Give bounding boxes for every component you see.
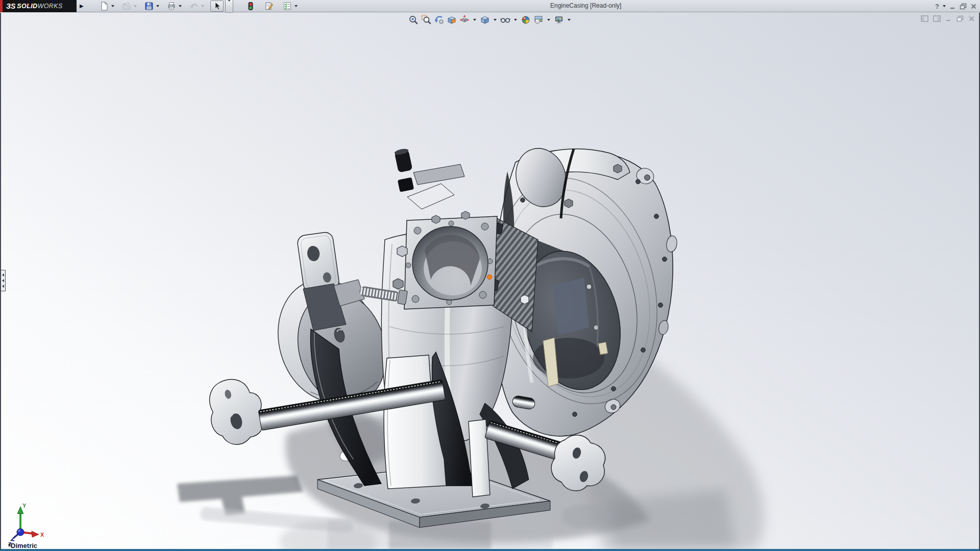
window-title: EngineCasing [Read-only] — [550, 2, 621, 9]
zoom-to-fit-button[interactable] — [408, 14, 419, 26]
pane-left-icon[interactable] — [921, 15, 928, 22]
new-document-icon — [100, 2, 109, 11]
print-button[interactable] — [165, 1, 178, 11]
view-settings-button[interactable] — [553, 14, 565, 26]
view-orientation-label: *Dimetric — [8, 542, 37, 549]
menu-expand-arrow-icon[interactable]: ▶ — [80, 3, 84, 9]
heads-up-view-toolbar — [408, 14, 572, 26]
open-button[interactable] — [120, 1, 133, 11]
save-button[interactable] — [143, 1, 155, 11]
title-bar: ЗS SOLID WORKS ▶ — [0, 0, 980, 12]
feature-tree-collapsed-tab[interactable] — [1, 270, 6, 291]
options-checklist-icon — [283, 2, 292, 11]
document-minimize-button[interactable] — [945, 15, 952, 22]
help-button[interactable]: ? — [935, 3, 939, 10]
options-button[interactable] — [281, 1, 293, 11]
window-restore-button[interactable] — [960, 3, 967, 10]
graphics-viewport[interactable]: Y X Z *Dimetric — [0, 13, 980, 551]
file-properties-button[interactable] — [263, 1, 275, 11]
section-view-icon — [447, 15, 457, 25]
zoom-to-area-icon — [421, 15, 431, 25]
file-properties-icon — [264, 2, 274, 11]
select-dropdown[interactable] — [225, 0, 233, 13]
edit-appearance-sphere-icon — [521, 15, 531, 25]
display-style-dropdown[interactable] — [494, 19, 497, 21]
document-close-button[interactable] — [968, 15, 975, 22]
undo-button[interactable] — [188, 1, 200, 11]
view-orientation-dropdown[interactable] — [473, 19, 476, 21]
help-dropdown[interactable] — [943, 5, 946, 7]
print-icon — [167, 2, 176, 11]
hide-show-items-dropdown[interactable] — [514, 19, 517, 21]
window-controls: ? — [935, 0, 977, 12]
open-dropdown — [134, 5, 137, 7]
apply-scene-icon — [533, 15, 544, 25]
edit-appearance-button[interactable] — [520, 14, 531, 26]
top-fittings-part[interactable] — [394, 148, 470, 223]
logo-text-solid: SOLID — [17, 3, 37, 10]
triad-x-label: X — [40, 532, 44, 538]
triad-y-label: Y — [22, 503, 27, 509]
solidworks-logo: ЗS SOLID WORKS — [0, 0, 77, 12]
options-dropdown[interactable] — [295, 5, 298, 7]
view-settings-monitor-icon — [554, 15, 564, 25]
window-close-button[interactable] — [970, 3, 977, 10]
undo-icon — [189, 2, 199, 11]
bore-plate-part[interactable] — [393, 216, 497, 309]
logo-red-strip — [0, 0, 3, 12]
hide-show-items-glasses-icon — [500, 15, 510, 25]
pane-right-icon[interactable] — [933, 15, 941, 22]
print-dropdown[interactable] — [179, 5, 182, 7]
document-window-controls — [921, 15, 975, 22]
apply-scene-dropdown[interactable] — [547, 19, 550, 21]
display-style-icon — [480, 15, 490, 25]
new-document-button[interactable] — [98, 1, 110, 11]
collapse-arrow-icon — [2, 285, 4, 288]
select-button[interactable] — [210, 1, 224, 12]
new-document-dropdown[interactable] — [111, 5, 114, 7]
rebuild-traffic-light-button[interactable] — [244, 1, 257, 11]
traffic-light-icon — [246, 2, 255, 11]
zoom-to-fit-icon — [408, 15, 419, 25]
apply-scene-button[interactable] — [533, 14, 544, 26]
view-orientation-button[interactable] — [459, 14, 470, 26]
section-view-button[interactable] — [446, 14, 457, 26]
zoom-to-area-button[interactable] — [421, 14, 432, 26]
previous-view-icon — [434, 15, 444, 25]
view-orientation-icon — [459, 15, 470, 25]
window-minimize-button[interactable] — [949, 3, 956, 10]
collapse-arrow-icon — [2, 273, 4, 277]
logo-glyph: ЗS — [6, 2, 15, 10]
logo-text-works: WORKS — [38, 3, 63, 10]
selection-marker-dot — [487, 275, 492, 280]
save-dropdown[interactable] — [156, 5, 159, 7]
main-toolbar — [98, 0, 298, 13]
engine-casing-3d-scene[interactable] — [1, 13, 979, 549]
collapse-arrow-icon — [2, 279, 4, 282]
display-style-button[interactable] — [479, 14, 491, 26]
undo-dropdown — [201, 5, 204, 7]
view-settings-dropdown[interactable] — [568, 19, 571, 21]
open-icon — [122, 2, 131, 11]
select-cursor-icon — [212, 2, 222, 11]
previous-view-button[interactable] — [433, 14, 445, 26]
hide-show-items-button[interactable] — [500, 14, 511, 26]
save-icon — [144, 2, 154, 11]
document-restore-button[interactable] — [957, 15, 964, 22]
